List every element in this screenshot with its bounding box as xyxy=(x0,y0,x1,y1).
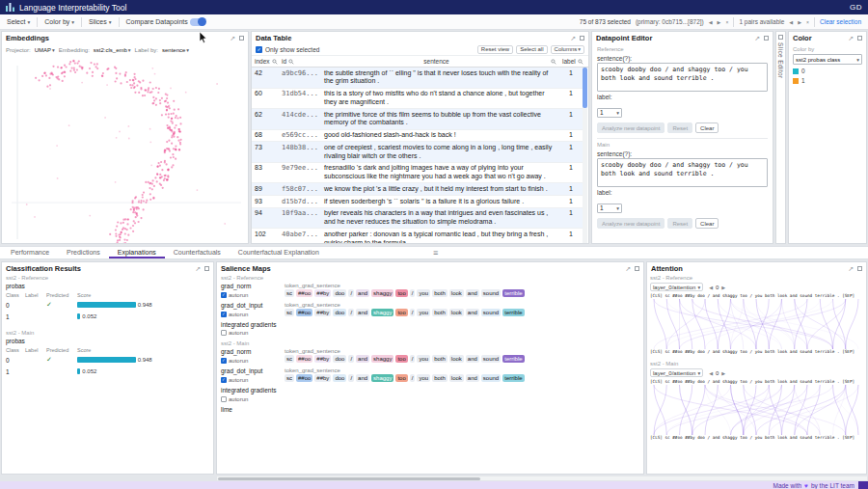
popout-icon[interactable]: ↗ xyxy=(570,35,576,41)
embedding-projection[interactable] xyxy=(2,56,248,244)
table-row[interactable]: 839e79ee...fresnadillo 's dark and jolti… xyxy=(252,163,583,184)
next-head-icon[interactable]: ▶ xyxy=(721,370,725,376)
drag-handle-icon[interactable]: ≡ xyxy=(433,247,438,259)
column-header-label: label xyxy=(562,58,576,65)
autorun-checkbox[interactable]: ✓ xyxy=(221,312,227,317)
tab-explanations[interactable]: Explanations xyxy=(109,247,165,258)
columns-button-label: Columns xyxy=(555,46,578,52)
label-by-select[interactable]: sentence▾ xyxy=(162,47,189,53)
legend-label: 0 xyxy=(801,68,805,74)
user-avatar[interactable]: GD xyxy=(850,3,862,12)
chevron-down-icon: ▾ xyxy=(856,57,859,63)
popout-icon[interactable]: ↗ xyxy=(195,265,201,272)
layer-select[interactable]: layer_0/attention▾ xyxy=(650,283,703,291)
table-row[interactable]: 73148b38...one of creepiest , scariest m… xyxy=(252,142,583,163)
color-by-select[interactable]: sst2 probas class▾ xyxy=(793,54,862,65)
maximize-icon[interactable] xyxy=(204,266,209,271)
next-head-icon[interactable]: ▶ xyxy=(721,285,725,290)
popout-icon[interactable]: ↗ xyxy=(230,35,235,41)
autorun-checkbox[interactable] xyxy=(221,396,227,402)
autorun-checkbox[interactable] xyxy=(221,330,227,336)
prev-head-icon[interactable]: ◀ xyxy=(709,285,713,290)
autorun-checkbox[interactable]: ✓ xyxy=(221,292,227,298)
table-row[interactable]: 42a9bc96...the subtle strength of `` ell… xyxy=(252,68,583,89)
autorun-checkbox[interactable]: ✓ xyxy=(221,377,227,383)
maximize-icon[interactable] xyxy=(239,36,244,41)
slices-menu[interactable]: Slices▾ xyxy=(89,18,111,25)
popout-icon[interactable]: ↗ xyxy=(754,35,760,41)
maximize-icon[interactable] xyxy=(857,266,862,271)
column-header-index[interactable]: index xyxy=(252,58,279,65)
color-by-menu[interactable]: Color by▾ xyxy=(44,18,74,25)
expand-icon[interactable] xyxy=(778,35,783,40)
popout-icon[interactable]: ↗ xyxy=(848,265,854,272)
reset-view-button[interactable]: Reset view xyxy=(477,45,513,54)
columns-button[interactable]: Columns▾ xyxy=(551,45,584,54)
only-show-selected-checkbox[interactable]: ✓ xyxy=(256,46,262,53)
select-all-button[interactable]: Select all xyxy=(516,45,547,54)
column-header-label[interactable]: label xyxy=(559,58,583,65)
tab-performance[interactable]: Performance xyxy=(2,247,58,258)
salience-row: grad_norm✓autoruntoken_grad_sentencesc##… xyxy=(221,283,639,298)
horizontal-scrollbar-thumb[interactable] xyxy=(218,477,480,480)
embedding-scatter[interactable] xyxy=(2,56,248,244)
table-row[interactable]: 93d15b7d...if steven soderbergh 's `` so… xyxy=(252,196,583,208)
column-header-id[interactable]: id xyxy=(279,58,321,65)
tab-counterfactuals[interactable]: Counterfactuals xyxy=(165,247,230,258)
chevron-down-icon: ▾ xyxy=(697,370,700,376)
search-icon[interactable] xyxy=(288,59,294,65)
analyze-new-datapoint-button[interactable]: Analyze new datapoint xyxy=(597,122,665,133)
search-icon[interactable] xyxy=(578,59,583,65)
token-chip: look xyxy=(449,309,464,316)
maximize-icon[interactable] xyxy=(635,266,639,271)
prev-datapoint-icon[interactable]: ◀ xyxy=(709,19,713,25)
column-header-label: sentence xyxy=(423,58,448,65)
sentence-textarea[interactable]: scooby dooby doo / and shaggy too / you … xyxy=(597,158,768,187)
reset-button[interactable]: Reset xyxy=(667,218,692,229)
tab-counterfactual-explanation[interactable]: Counterfactual Explanation xyxy=(230,247,328,258)
next-datapoint-icon[interactable]: ▶ xyxy=(718,19,721,25)
clear-pair-icon[interactable]: × xyxy=(806,19,809,25)
clear-button[interactable]: Clear xyxy=(695,218,719,229)
autorun-checkbox[interactable]: ✓ xyxy=(221,358,227,364)
table-row[interactable]: 9410f9aa...byler reveals his characters … xyxy=(252,208,583,230)
maximize-icon[interactable] xyxy=(580,36,584,41)
table-row[interactable]: 68e569cc...good old-fashioned slash-and-… xyxy=(252,130,583,143)
lit-logo-icon xyxy=(6,3,14,12)
maximize-icon[interactable] xyxy=(764,36,769,41)
popout-icon[interactable]: ↗ xyxy=(625,265,631,272)
next-pair-icon[interactable]: ▶ xyxy=(798,19,801,25)
table-row[interactable]: 89f58c07...we know the plot 's a little … xyxy=(252,183,583,196)
label-select[interactable]: 1▾ xyxy=(597,108,622,118)
select-menu[interactable]: Select▾ xyxy=(7,18,30,25)
reset-button[interactable]: Reset xyxy=(667,122,692,133)
table-row[interactable]: 6031db54...this is a story of two misfit… xyxy=(252,89,583,110)
prev-head-icon[interactable]: ◀ xyxy=(709,370,713,376)
maximize-icon[interactable] xyxy=(857,36,862,41)
embedding-select[interactable]: sst2:cls_emb▾ xyxy=(94,47,131,53)
search-icon[interactable] xyxy=(272,59,278,65)
chevron-down-icon: ▾ xyxy=(109,19,112,25)
slice-editor-title: Slice Editor xyxy=(777,42,784,79)
clear-selection-link[interactable]: Clear selection xyxy=(820,18,861,25)
layer-select[interactable]: layer_0/attention▾ xyxy=(650,368,703,377)
sentence-textarea[interactable]: scooby dooby doo / and shaggy too / you … xyxy=(597,63,768,92)
unselect-icon[interactable]: × xyxy=(725,19,728,25)
popout-icon[interactable]: ↗ xyxy=(848,35,854,41)
score-bar xyxy=(77,357,136,363)
compare-datapoints-toggle[interactable] xyxy=(190,18,205,26)
projector-select[interactable]: UMAP▾ xyxy=(35,47,55,53)
search-icon[interactable] xyxy=(551,59,556,65)
label-select[interactable]: 1▾ xyxy=(597,204,622,213)
analyze-new-datapoint-button[interactable]: Analyze new datapoint xyxy=(597,218,665,229)
vertical-scrollbar[interactable] xyxy=(583,68,587,244)
clear-button[interactable]: Clear xyxy=(695,122,719,133)
tab-predictions[interactable]: Predictions xyxy=(58,247,109,258)
table-row[interactable]: 10240abe7...another parker : donovan is … xyxy=(252,229,583,244)
slice-editor-collapsed[interactable]: Slice Editor xyxy=(775,31,786,244)
prev-pair-icon[interactable]: ◀ xyxy=(789,19,793,25)
column-header-sentence[interactable]: sentence xyxy=(321,58,559,65)
table-row[interactable]: 62414cde...the primitive force of this f… xyxy=(252,109,583,130)
vertical-scrollbar-thumb[interactable] xyxy=(583,68,587,108)
label-value: 1 xyxy=(600,109,604,116)
